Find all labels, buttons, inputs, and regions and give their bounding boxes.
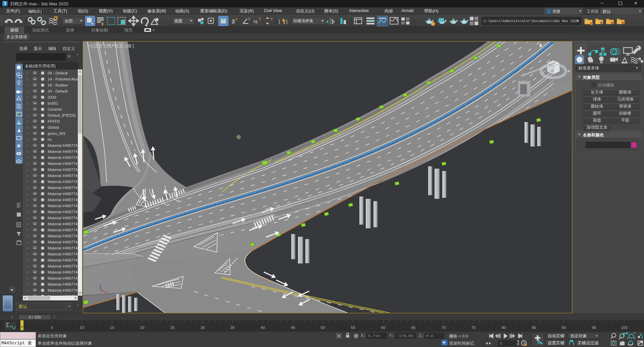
svg-text:5: 5 xyxy=(51,326,53,330)
svg-text:{: { xyxy=(279,18,280,24)
svg-text:}: } xyxy=(286,18,288,24)
svg-text:?: ? xyxy=(248,17,250,22)
svg-text:65: 65 xyxy=(411,326,416,330)
svg-text:3: 3 xyxy=(232,18,235,25)
svg-text:70: 70 xyxy=(442,326,446,330)
svg-text:C:\Users\Administrator\Documen: C:\Users\Administrator\Documents\3ds Max… xyxy=(484,19,579,23)
svg-text:55: 55 xyxy=(351,326,355,330)
svg-text:50: 50 xyxy=(321,326,325,330)
svg-text:?: ? xyxy=(258,17,261,22)
svg-text:0: 0 xyxy=(500,341,502,345)
svg-text:视图: 视图 xyxy=(174,19,183,23)
svg-text:25: 25 xyxy=(170,326,175,330)
svg-text:%: % xyxy=(253,19,258,24)
svg-text:10: 10 xyxy=(80,326,84,330)
svg-text:30: 30 xyxy=(201,326,205,330)
svg-text:45: 45 xyxy=(291,326,295,330)
svg-text:85: 85 xyxy=(532,326,536,330)
svg-text:80: 80 xyxy=(502,326,506,330)
svg-text:90: 90 xyxy=(562,326,566,330)
svg-text:75: 75 xyxy=(472,326,476,330)
svg-text:0: 0 xyxy=(21,325,23,329)
svg-text:40: 40 xyxy=(261,326,265,330)
svg-text:60: 60 xyxy=(381,326,386,330)
svg-text:20: 20 xyxy=(140,326,145,330)
svg-text:100: 100 xyxy=(621,326,627,330)
svg-text:全部: 全部 xyxy=(64,19,73,23)
svg-text:创建选择集: 创建选择集 xyxy=(293,18,313,23)
svg-text:?: ? xyxy=(270,17,273,22)
svg-text:15: 15 xyxy=(110,326,114,330)
svg-text:95: 95 xyxy=(592,326,596,330)
svg-text:?: ? xyxy=(235,17,237,22)
svg-text:35: 35 xyxy=(231,326,235,330)
